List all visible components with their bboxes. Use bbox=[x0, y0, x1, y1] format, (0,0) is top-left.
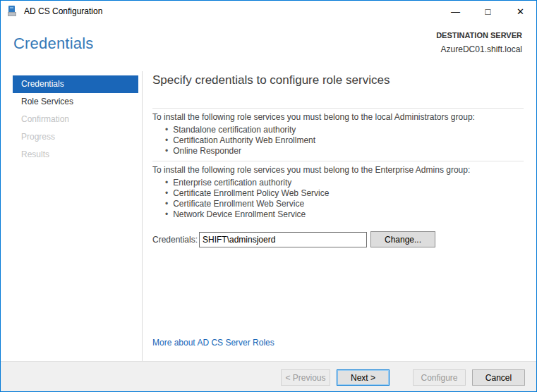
page-title: Credentials bbox=[13, 35, 93, 53]
list-item: Certification Authority Web Enrollment bbox=[165, 135, 518, 146]
sidebar-item-results: Results bbox=[13, 146, 138, 164]
minimize-icon[interactable]: — bbox=[440, 1, 471, 23]
change-credentials-button[interactable]: Change... bbox=[370, 231, 435, 247]
next-button[interactable]: Next > bbox=[337, 369, 390, 386]
local-admins-bullet-list: Standalone certification authority Certi… bbox=[165, 125, 518, 157]
more-about-link[interactable]: More about AD CS Server Roles bbox=[152, 338, 274, 348]
section-divider bbox=[152, 108, 524, 109]
list-item: Enterprise certification authority bbox=[165, 178, 518, 188]
adcs-configuration-window: AD CS Configuration — □ ✕ Credentials DE… bbox=[0, 0, 537, 392]
list-item: Network Device Enrollment Service bbox=[165, 209, 518, 220]
maximize-icon[interactable]: □ bbox=[472, 1, 504, 23]
list-item: Online Responder bbox=[165, 146, 518, 157]
close-icon[interactable]: ✕ bbox=[505, 1, 536, 23]
destination-server-name: AzureDC01.shift.local bbox=[441, 44, 522, 54]
title-bar: AD CS Configuration — □ ✕ bbox=[1, 1, 536, 23]
cancel-button[interactable]: Cancel bbox=[472, 369, 525, 386]
configure-button: Configure bbox=[413, 369, 466, 386]
window-title: AD CS Configuration bbox=[24, 6, 102, 16]
list-item: Standalone certification authority bbox=[165, 125, 518, 135]
destination-server-label: DESTINATION SERVER bbox=[436, 31, 522, 39]
adcs-app-icon bbox=[8, 6, 19, 17]
content-heading: Specify credentials to configure role se… bbox=[152, 73, 390, 87]
list-item: Certificate Enrollment Policy Web Servic… bbox=[165, 188, 518, 199]
sidebar-item-credentials[interactable]: Credentials bbox=[13, 75, 138, 93]
credentials-field-label: Credentials: bbox=[152, 235, 198, 245]
section-divider bbox=[152, 161, 524, 161]
wizard-footer: < Previous Next > Configure Cancel bbox=[1, 361, 536, 391]
wizard-steps-nav: Credentials Role Services Confirmation P… bbox=[13, 75, 138, 164]
enterprise-admins-bullet-list: Enterprise certification authority Certi… bbox=[165, 178, 518, 220]
sidebar-divider bbox=[142, 71, 143, 362]
list-item: Certificate Enrollment Web Service bbox=[165, 199, 518, 209]
previous-button: < Previous bbox=[281, 369, 330, 386]
enterprise-admins-intro: To install the following role services y… bbox=[152, 165, 526, 175]
local-admins-intro: To install the following role services y… bbox=[152, 112, 526, 122]
sidebar-item-progress: Progress bbox=[13, 128, 138, 146]
credentials-input[interactable] bbox=[199, 232, 367, 247]
sidebar-item-role-services[interactable]: Role Services bbox=[13, 93, 138, 111]
sidebar-item-confirmation: Confirmation bbox=[13, 111, 138, 128]
